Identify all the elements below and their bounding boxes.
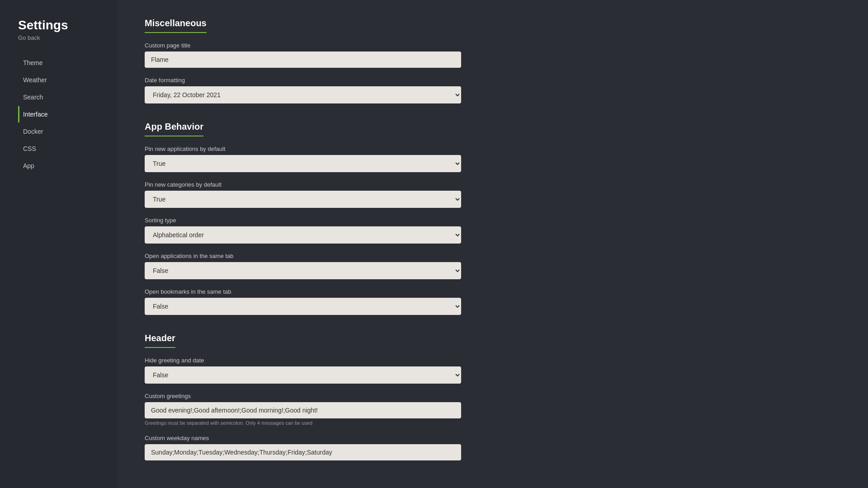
sidebar: Settings Go back Theme Weather Search In… <box>0 0 118 488</box>
pin-categories-select[interactable]: True False <box>145 191 461 208</box>
custom-page-title-input[interactable] <box>145 52 461 68</box>
open-apps-select[interactable]: False True <box>145 262 461 279</box>
sidebar-item-search[interactable]: Search <box>18 89 108 105</box>
pin-apps-group: Pin new applications by default True Fal… <box>145 145 497 172</box>
custom-greetings-label: Custom greetings <box>145 393 497 399</box>
sorting-type-select[interactable]: Alphabetical order By date added Custom <box>145 226 461 244</box>
hide-greeting-group: Hide greeting and date False True <box>145 357 497 384</box>
custom-page-title-group: Custom page title <box>145 42 497 68</box>
sidebar-item-interface[interactable]: Interface <box>18 106 108 122</box>
custom-page-title-label: Custom page title <box>145 42 497 49</box>
sorting-type-label: Sorting type <box>145 217 497 224</box>
app-behavior-title: App Behavior <box>145 122 203 136</box>
pin-apps-label: Pin new applications by default <box>145 145 497 152</box>
open-bookmarks-label: Open bookmarks in the same tab <box>145 288 497 295</box>
sidebar-item-app[interactable]: App <box>18 158 108 174</box>
open-apps-group: Open applications in the same tab False … <box>145 253 497 279</box>
sidebar-item-weather[interactable]: Weather <box>18 72 108 88</box>
date-formatting-group: Date formatting Friday, 22 October 2021 … <box>145 77 497 103</box>
hide-greeting-select[interactable]: False True <box>145 366 461 384</box>
pin-apps-select[interactable]: True False <box>145 155 461 172</box>
miscellaneous-section: Miscellaneous Custom page title Date for… <box>145 18 497 103</box>
header-section: Header Hide greeting and date False True… <box>145 333 497 460</box>
pin-categories-group: Pin new categories by default True False <box>145 181 497 208</box>
date-formatting-select[interactable]: Friday, 22 October 2021 22 October 2021 … <box>145 86 461 103</box>
settings-title: Settings <box>18 18 108 33</box>
date-formatting-label: Date formatting <box>145 77 497 84</box>
open-apps-label: Open applications in the same tab <box>145 253 497 259</box>
custom-greetings-input[interactable] <box>145 402 461 418</box>
custom-weekday-group: Custom weekday names <box>145 435 497 460</box>
hide-greeting-label: Hide greeting and date <box>145 357 497 364</box>
sidebar-item-theme[interactable]: Theme <box>18 55 108 71</box>
main-content: Miscellaneous Custom page title Date for… <box>118 0 524 488</box>
open-bookmarks-group: Open bookmarks in the same tab False Tru… <box>145 288 497 315</box>
sidebar-item-css[interactable]: CSS <box>18 141 108 157</box>
custom-weekday-label: Custom weekday names <box>145 435 497 441</box>
sidebar-item-docker[interactable]: Docker <box>18 123 108 140</box>
miscellaneous-title: Miscellaneous <box>145 18 207 33</box>
go-back-link[interactable]: Go back <box>18 34 108 41</box>
custom-weekday-input[interactable] <box>145 444 461 460</box>
header-title: Header <box>145 333 175 348</box>
sidebar-nav: Theme Weather Search Interface Docker CS… <box>18 55 108 174</box>
app-behavior-section: App Behavior Pin new applications by def… <box>145 122 497 315</box>
pin-categories-label: Pin new categories by default <box>145 181 497 188</box>
open-bookmarks-select[interactable]: False True <box>145 298 461 315</box>
custom-greetings-hint: Greetings must be separated with semicol… <box>145 420 497 426</box>
custom-greetings-group: Custom greetings Greetings must be separ… <box>145 393 497 426</box>
sorting-type-group: Sorting type Alphabetical order By date … <box>145 217 497 244</box>
